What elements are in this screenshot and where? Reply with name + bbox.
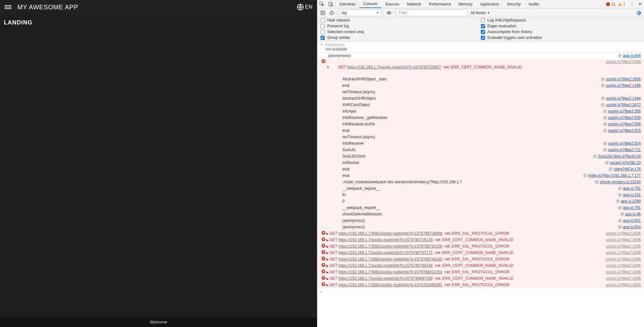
expand-icon[interactable]: ▶ [326, 231, 330, 236]
expand-icon[interactable]: ▶ [326, 237, 330, 243]
log-line[interactable]: (anonymous) @ app.js:934 [317, 53, 644, 59]
request-url[interactable]: https://192.168.1.7:8081/sockjs-node/inf… [339, 270, 442, 274]
live-expression-icon[interactable] [385, 10, 393, 15]
context-selector[interactable]: top▼ [340, 10, 381, 16]
source-link[interactable]: sockjs.js?9be2:356 [608, 109, 641, 114]
expand-icon[interactable]: ▶ [326, 263, 330, 268]
language-switch[interactable]: EN [297, 4, 313, 11]
option-evaluate-triggers-user-activation[interactable]: Evaluate triggers user activation [481, 35, 641, 40]
source-link[interactable]: sockjs.js?9be2:556 [608, 122, 641, 126]
console-prompt[interactable]: › [317, 288, 644, 296]
error-row[interactable]: ✕▶GET https://192.168.1.7:8081/sockjs-no… [317, 231, 644, 237]
warning-count-badge[interactable]: 2 [618, 0, 625, 8]
source-link[interactable]: app.js:931 [623, 218, 641, 223]
source-link[interactable]: app.js:791 [623, 205, 641, 210]
source-link[interactable]: sockjs.js?9be2:1606 [606, 231, 641, 236]
source-link[interactable]: app.js:934 [623, 53, 641, 58]
tab-network[interactable]: Network [403, 0, 425, 8]
source-link[interactable]: app.js:46 [625, 212, 641, 216]
expand-icon[interactable]: ▶ [326, 282, 330, 288]
request-url[interactable]: https://192.168.1.7/sockjs-node/info?t=1… [339, 263, 433, 268]
source-link[interactable]: sockjs.js?9be2:1606 [606, 270, 641, 274]
option-checkbox[interactable] [321, 18, 325, 23]
stack-frame[interactable]: InfoAjax@ sockjs.js?9be2:356 [317, 108, 644, 115]
option-selected-context-only[interactable]: Selected context only [321, 30, 481, 34]
stack-frame[interactable]: eval@ sockjs.js?9be2:525 [317, 128, 644, 134]
source-link[interactable]: sockjs.js?9be2:1606 [606, 59, 641, 64]
source-link[interactable]: sockjs.js?9be2:524 [608, 141, 641, 146]
tab-audits[interactable]: Audits [525, 0, 543, 8]
stack-frame[interactable]: ./node_modules/webpack-dev-server/client… [317, 179, 644, 186]
option-hide-network[interactable]: Hide network [321, 18, 481, 23]
collapse-icon[interactable]: ▼ [326, 59, 330, 76]
stack-frame[interactable]: InfoReceiver.doXhr@ sockjs.js?9be2:556 [317, 121, 644, 128]
source-link[interactable]: sockjs.js?9be2:525 [608, 128, 641, 133]
request-url[interactable]: https://192.168.1.7/sockjs-node/info?t=1… [339, 276, 433, 281]
stack-frame[interactable]: SockJS@ sockjs.js?9be2:731 [317, 147, 644, 153]
request-url[interactable]: https://192.168.1.7:8081/sockjs-node/inf… [339, 283, 442, 287]
expand-icon[interactable]: ▶ [326, 257, 330, 262]
error-row-expanded[interactable]: ✕ ▼ GET https://192.168.1.7/sockjs-node/… [317, 59, 644, 76]
option-preserve-log[interactable]: Preserve log [321, 24, 481, 28]
tab-sources[interactable]: Sources [381, 0, 403, 8]
option-checkbox[interactable] [321, 24, 325, 28]
stack-frame[interactable]: __webpack_require__@ app.js:791 [317, 186, 644, 192]
console-settings-icon[interactable] [635, 10, 642, 15]
stack-frame[interactable]: fn@ app.js:151 [317, 192, 644, 198]
stack-frame[interactable]: __webpack_require__@ app.js:791 [317, 205, 644, 211]
option-eager-evaluation[interactable]: Eager evaluation [481, 24, 641, 28]
source-link[interactable]: sockjs.js?9be2:1494 [606, 96, 641, 101]
remove-expression-icon[interactable]: × [321, 42, 323, 47]
error-row[interactable]: ✕▶GET https://192.168.1.7:8081/sockjs-no… [317, 282, 644, 288]
source-link[interactable]: SockJSClient.js?0a33:39 [598, 154, 641, 159]
tab-console[interactable]: Console [359, 0, 381, 8]
stack-frame[interactable]: setTimeout (async) [317, 89, 644, 95]
expand-icon[interactable]: ▶ [326, 244, 330, 249]
console-output[interactable]: (anonymous) @ app.js:934 ✕ ▼ GET https:/… [317, 53, 644, 327]
source-link[interactable]: sockjs.js?9be2:1495 [606, 83, 641, 88]
stack-frame[interactable]: AbstractXHRObject._start@ sockjs.js?9be2… [317, 76, 644, 83]
request-url[interactable]: https://192.168.1.7/sockjs-node/info?t=1… [339, 250, 433, 255]
error-row[interactable]: ✕▶GET https://192.168.1.7:8081/sockjs-no… [317, 256, 644, 263]
source-link[interactable]: sockjs.js?9be2:1606 [606, 238, 641, 242]
stack-frame[interactable]: SockJSClient@ SockJSClient.js?0a33:39 [317, 153, 644, 160]
tab-performance[interactable]: Performance [425, 0, 455, 8]
stack-frame[interactable]: (anonymous)@ app.js:934 [317, 224, 644, 231]
request-url[interactable]: https://192.168.1.7:8081/sockjs-node/inf… [339, 244, 442, 249]
source-link[interactable]: app.js:2299 [621, 199, 641, 204]
devtools-menu-icon[interactable]: ⋮ [629, 0, 636, 8]
stack-frame[interactable]: eval@ sockjs.js?9be2:1495 [317, 83, 644, 89]
error-row[interactable]: ✕▶GET https://192.168.1.7/sockjs-node/in… [317, 276, 644, 282]
option-autocomplete-from-history[interactable]: Autocomplete from history [481, 30, 641, 34]
expand-icon[interactable]: ▶ [326, 269, 330, 275]
devtools-close-icon[interactable]: ✕ [636, 0, 644, 8]
stack-frame[interactable]: XHRCorsObject@ sockjs.js?9be2:2872 [317, 102, 644, 108]
error-row[interactable]: ✕▶GET https://192.168.1.7:8081/sockjs-no… [317, 243, 644, 250]
stack-frame[interactable]: AbstractXHRObject@ sockjs.js?9be2:1494 [317, 95, 644, 102]
stack-frame[interactable]: eval@ index.js?http://192.168.1.7:177 [317, 173, 644, 179]
console-input[interactable] [324, 290, 641, 295]
stack-frame[interactable]: eval@ client?967e:176 [317, 166, 644, 173]
stack-frame[interactable]: 0@ app.js:2299 [317, 198, 644, 205]
stack-frame[interactable]: (anonymous)@ app.js:931 [317, 218, 644, 224]
tab-elements[interactable]: Elements [336, 0, 359, 8]
stack-frame[interactable]: initSocket@ socket.js?e29c:20 [317, 160, 644, 166]
option-checkbox[interactable] [321, 30, 325, 34]
option-checkbox[interactable] [321, 36, 325, 40]
request-url[interactable]: https://192.168.1.7:8081/sockjs-node/inf… [339, 231, 442, 236]
tab-security[interactable]: Security [503, 0, 525, 8]
menu-icon[interactable] [4, 4, 12, 11]
source-link[interactable]: sockjs.js?9be2:1606 [606, 250, 641, 255]
stack-frame[interactable]: setTimeout (async) [317, 134, 644, 141]
request-url[interactable]: https://192.168.1.7/sockjs-node/info?t=1… [347, 65, 441, 69]
source-link[interactable]: sockjs.js?9be2:539 [608, 115, 641, 120]
option-checkbox[interactable] [481, 18, 485, 23]
stack-frame[interactable]: checkDeferredModules@ app.js:46 [317, 211, 644, 218]
source-link[interactable]: sockjs.js?9be2:1606 [606, 257, 641, 261]
request-url[interactable]: https://192.168.1.7/sockjs-node/info?t=1… [339, 238, 433, 242]
log-levels-selector[interactable]: All levels▼ [471, 11, 490, 15]
stack-frame[interactable]: InfoReceiver._getReceiver@ sockjs.js?9be… [317, 115, 644, 121]
option-checkbox[interactable] [481, 36, 485, 40]
source-link[interactable]: sockjs.js?9be2:1606 [606, 263, 641, 268]
source-link[interactable]: sockjs.js?9be2:2872 [606, 103, 641, 107]
